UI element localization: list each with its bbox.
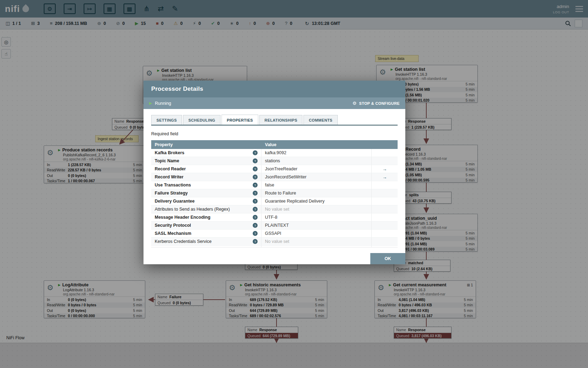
property-value-cell: Route to Failure xyxy=(261,189,372,197)
value-column-header: Value xyxy=(261,142,372,147)
property-name: Failure Strategy xyxy=(155,191,188,196)
help-icon[interactable]: ? xyxy=(253,199,258,204)
property-value: PLAINTEXT xyxy=(265,223,289,228)
help-icon[interactable]: ? xyxy=(253,150,258,155)
property-action-cell xyxy=(372,181,398,189)
property-row[interactable]: Use Transactions?false xyxy=(151,181,398,189)
property-action-cell xyxy=(372,230,398,237)
property-value-cell: No value set xyxy=(261,238,372,245)
help-icon[interactable]: ? xyxy=(253,239,258,244)
properties-table: Property Value Kafka Brokers?kafka:9092T… xyxy=(151,140,398,247)
property-column-header: Property xyxy=(151,142,261,147)
property-value-cell: GSSAPI xyxy=(261,230,372,237)
property-value: No value set xyxy=(265,239,289,244)
property-row[interactable]: Attributes to Send as Headers (Regex)?No… xyxy=(151,205,398,213)
property-row[interactable]: Record Writer?JsonRecordSetWriter→ xyxy=(151,173,398,181)
help-icon[interactable]: ? xyxy=(253,215,258,220)
property-action-cell: → xyxy=(372,165,398,173)
property-value-cell: No value set xyxy=(261,246,372,247)
tab-scheduling[interactable]: SCHEDULING xyxy=(183,115,220,125)
property-value: No value set xyxy=(265,207,289,212)
help-icon[interactable]: ? xyxy=(253,231,258,236)
help-icon[interactable]: ? xyxy=(253,183,258,188)
property-action-cell xyxy=(372,157,398,165)
property-action-cell xyxy=(372,205,398,213)
property-name-cell: Record Writer? xyxy=(151,173,261,181)
property-action-cell: → xyxy=(372,173,398,181)
property-name-cell: Topic Name? xyxy=(151,157,261,165)
property-name-cell: Kafka Brokers? xyxy=(151,149,261,157)
property-action-cell xyxy=(372,246,398,247)
property-value-cell: false xyxy=(261,181,372,189)
gear-icon: ⚙ xyxy=(352,101,357,106)
property-value: Route to Failure xyxy=(265,191,296,196)
go-to-service-icon[interactable]: → xyxy=(383,175,387,180)
properties-table-header: Property Value xyxy=(151,140,398,149)
property-action-cell xyxy=(372,222,398,229)
property-action-cell xyxy=(372,213,398,221)
properties-rows: Kafka Brokers?kafka:9092Topic Name?stati… xyxy=(151,149,398,247)
help-icon[interactable]: ? xyxy=(253,191,258,196)
help-icon[interactable]: ? xyxy=(253,207,258,212)
property-value-cell: JsonTreeReader xyxy=(261,165,372,173)
property-value: No value set xyxy=(265,247,289,247)
help-icon[interactable]: ? xyxy=(253,158,258,163)
property-name-cell: Kerberos Service Name? xyxy=(151,246,261,247)
property-row[interactable]: Message Header Encoding?UTF-8 xyxy=(151,213,398,222)
tab-properties[interactable]: PROPERTIES xyxy=(222,115,258,125)
tab-relationships[interactable]: RELATIONSHIPS xyxy=(259,115,303,125)
property-row[interactable]: Kerberos Credentials Service?No value se… xyxy=(151,238,398,246)
property-name-cell: Message Header Encoding? xyxy=(151,213,261,221)
property-name-cell: Record Reader? xyxy=(151,165,261,173)
property-value: stations xyxy=(265,158,280,163)
property-action-cell xyxy=(372,189,398,197)
property-action-cell xyxy=(372,197,398,205)
property-row[interactable]: SASL Mechanism?GSSAPI xyxy=(151,230,398,238)
property-value-cell: No value set xyxy=(261,205,372,213)
property-value: UTF-8 xyxy=(265,215,277,220)
property-row[interactable]: Record Reader?JsonTreeReader→ xyxy=(151,165,398,173)
ok-button[interactable]: OK xyxy=(370,253,405,264)
property-name-cell: Use Transactions? xyxy=(151,181,261,189)
property-row[interactable]: Kerberos Service Name?No value set xyxy=(151,246,398,247)
dialog-body: SETTINGSSCHEDULINGPROPERTIESRELATIONSHIP… xyxy=(144,115,405,247)
stop-and-configure-button[interactable]: ⚙ STOP & CONFIGURE xyxy=(352,101,400,106)
running-status-icon: ▶ xyxy=(149,101,152,105)
help-icon[interactable]: ? xyxy=(253,223,258,228)
property-row[interactable]: Failure Strategy?Route to Failure xyxy=(151,189,398,197)
property-value-cell: UTF-8 xyxy=(261,213,372,221)
tab-settings[interactable]: SETTINGS xyxy=(151,115,182,125)
property-name-cell: SASL Mechanism? xyxy=(151,230,261,237)
property-row[interactable]: Topic Name?stations xyxy=(151,157,398,165)
property-row[interactable]: Security Protocol?PLAINTEXT xyxy=(151,222,398,230)
help-icon[interactable]: ? xyxy=(253,166,258,171)
property-name: Attributes to Send as Headers (Regex) xyxy=(155,207,230,212)
property-value: JsonTreeReader xyxy=(265,166,298,171)
dialog-status-bar: ▶ Running ⚙ STOP & CONFIGURE xyxy=(144,97,405,109)
property-name: Security Protocol xyxy=(155,223,191,228)
run-status-text: Running xyxy=(155,101,171,106)
property-name: Record Reader xyxy=(155,166,186,171)
property-row[interactable]: Kafka Brokers?kafka:9092 xyxy=(151,149,398,157)
property-value: kafka:9092 xyxy=(265,150,286,155)
processor-details-dialog: Processor Details ▶ Running ⚙ STOP & CON… xyxy=(144,81,405,264)
property-name: Kerberos Service Name xyxy=(155,247,201,247)
property-value: JsonRecordSetWriter xyxy=(265,175,307,179)
property-name: Topic Name xyxy=(155,158,179,163)
stop-and-configure-label: STOP & CONFIGURE xyxy=(359,101,400,105)
required-field-note: Required field xyxy=(151,131,398,136)
property-name: Delivery Guarantee xyxy=(155,199,195,204)
help-icon[interactable]: ? xyxy=(253,247,258,247)
property-name: Record Writer xyxy=(155,175,183,179)
property-value: Guarantee Replicated Delivery xyxy=(265,199,324,204)
property-value-cell: Guarantee Replicated Delivery xyxy=(261,197,372,205)
property-row[interactable]: Delivery Guarantee?Guarantee Replicated … xyxy=(151,197,398,205)
property-name: Message Header Encoding xyxy=(155,215,210,220)
property-name-cell: Attributes to Send as Headers (Regex)? xyxy=(151,205,261,213)
help-icon[interactable]: ? xyxy=(253,175,258,179)
go-to-service-icon[interactable]: → xyxy=(383,166,387,172)
property-action-cell xyxy=(372,238,398,245)
tab-comments[interactable]: COMMENTS xyxy=(303,115,337,125)
property-value-cell: stations xyxy=(261,157,372,165)
property-name: Kafka Brokers xyxy=(155,150,184,155)
